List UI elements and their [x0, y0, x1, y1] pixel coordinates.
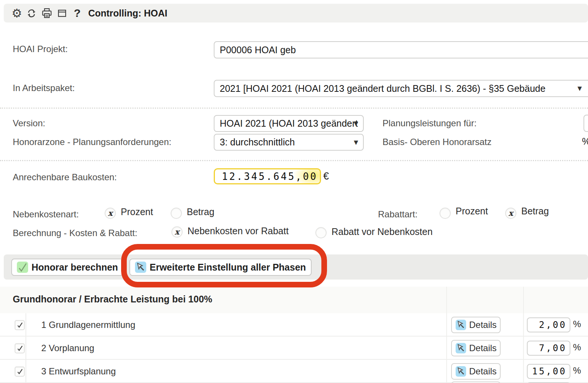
- details-label: Details: [469, 320, 496, 330]
- details-button[interactable]: Details: [451, 363, 501, 380]
- phase-label: 2 Vorplanung: [41, 343, 94, 353]
- radio-x-icon: x: [108, 209, 113, 218]
- radio-rabatt-betrag[interactable]: x: [505, 208, 516, 219]
- calculate-fee-label: Honorar berechnen: [32, 262, 118, 273]
- cursor-icon: [456, 366, 466, 377]
- radio-nebenkosten-vor-rabatt-label: Nebenkosten vor Rabatt: [188, 226, 289, 236]
- radio-rabatt-betrag-label: Betrag: [521, 206, 549, 217]
- radio-rabatt-prozent[interactable]: [440, 208, 451, 219]
- percent-input[interactable]: 2,00: [527, 317, 570, 332]
- phase-label: 3 Entwurfsplanung: [41, 366, 116, 377]
- planning-services-input[interactable]: [584, 115, 588, 132]
- calculate-fee-button[interactable]: Honorar berechnen: [11, 259, 124, 276]
- separator: [0, 108, 588, 109]
- details-label: Details: [469, 343, 496, 353]
- page-title: Controlling: HOAI: [88, 8, 167, 19]
- percent-input[interactable]: 7,00: [527, 341, 570, 356]
- version-select[interactable]: HOAI 2021 (HOAI 2013 geändert ▼: [214, 115, 364, 132]
- planning-services-label: Planungsleistungen für:: [382, 118, 477, 129]
- costs-input[interactable]: 12.345.645,00: [214, 168, 321, 184]
- table-row: 2 Vorplanung Details 7,00 %: [0, 337, 588, 360]
- percent-unit: %: [573, 342, 581, 353]
- radio-prozent-label: Prozent: [121, 206, 153, 217]
- work-package-label: In Arbeitspaket:: [13, 83, 75, 93]
- table-row-partial: [0, 382, 588, 383]
- work-package-select[interactable]: 2021 [HOAI 2021 (HOAI 2013 geändert durc…: [214, 80, 588, 97]
- phase-checkbox[interactable]: [15, 320, 25, 330]
- radio-betrag[interactable]: [171, 208, 182, 219]
- phases-header-title: Grundhonorar / Erbrachte Leistung bei 10…: [13, 294, 212, 305]
- table-row: 3 Entwurfsplanung Details 15,00 %: [0, 361, 588, 383]
- radio-x-icon: x: [175, 228, 180, 236]
- fee-zone-select[interactable]: 3: durchschnittlich ▼: [214, 134, 364, 151]
- cursor-icon: [135, 262, 146, 273]
- print-icon[interactable]: [41, 7, 52, 19]
- extended-settings-button[interactable]: Erweiterte Einstellung aller Phasen: [129, 259, 312, 276]
- phase-checkbox[interactable]: [15, 367, 25, 377]
- percent-input[interactable]: 15,00: [527, 364, 570, 379]
- cursor-icon: [456, 320, 466, 330]
- help-icon[interactable]: ?: [74, 7, 81, 19]
- extended-settings-label: Erweiterte Einstellung aller Phasen: [150, 262, 306, 273]
- dropdown-arrow-icon: ▼: [354, 139, 358, 146]
- radio-nebenkosten-vor-rabatt[interactable]: x: [171, 226, 183, 238]
- dropdown-arrow-icon: ▼: [578, 85, 583, 92]
- fee-zone-label: Honorarzone - Planungsanforderungen:: [13, 137, 171, 147]
- separator: [0, 160, 588, 161]
- basis-unit: %: [582, 136, 588, 147]
- toolbar: ⚙ ? Controlling: HOAI: [4, 4, 588, 22]
- fee-zone-value: 3: durchschnittlich: [220, 137, 295, 148]
- details-button[interactable]: Details: [451, 317, 501, 333]
- side-cost-type-label: Nebenkostenart:: [13, 209, 79, 220]
- percent-unit: %: [573, 365, 581, 376]
- phases-header: Grundhonorar / Erbrachte Leistung bei 10…: [0, 287, 588, 313]
- cursor-icon: [456, 343, 466, 353]
- radio-rabatt-vor-nebenkosten-label: Rabatt vor Nebenkosten: [332, 226, 433, 237]
- radio-rabatt-prozent-label: Prozent: [456, 206, 488, 217]
- project-input[interactable]: P00006 HOAI geb: [214, 41, 588, 58]
- window-icon[interactable]: [57, 8, 67, 18]
- details-button[interactable]: Details: [451, 340, 501, 356]
- details-button[interactable]: [451, 382, 501, 383]
- refresh-icon[interactable]: [26, 8, 37, 18]
- project-label: HOAI Projekt:: [13, 44, 68, 54]
- dropdown-arrow-icon: ▼: [354, 120, 358, 127]
- radio-betrag-label: Betrag: [187, 206, 214, 217]
- percent-unit: %: [573, 319, 581, 329]
- costs-unit: €: [323, 171, 329, 182]
- radio-prozent[interactable]: x: [105, 208, 116, 219]
- phase-label: 1 Grundlagenermittlung: [41, 320, 135, 330]
- version-label: Version:: [13, 118, 45, 129]
- gear-icon[interactable]: ⚙: [12, 7, 22, 19]
- radio-rabatt-vor-nebenkosten[interactable]: [315, 227, 327, 238]
- checkmark-icon: [17, 262, 28, 273]
- work-package-value: 2021 [HOAI 2021 (HOAI 2013 geändert durc…: [220, 83, 546, 94]
- discount-type-label: Rabattart:: [378, 209, 417, 220]
- basis-label: Basis- Oberen Honorarsatz: [382, 137, 492, 147]
- table-row: 1 Grundlagenermittlung Details 2,00 %: [0, 314, 588, 337]
- version-value: HOAI 2021 (HOAI 2013 geändert: [220, 118, 358, 129]
- radio-x-icon: x: [508, 209, 513, 218]
- details-label: Details: [469, 366, 496, 377]
- calc-order-label: Berechnung - Kosten & Rabatt:: [13, 228, 137, 238]
- costs-label: Anrechenbare Baukosten:: [13, 172, 117, 183]
- phase-checkbox[interactable]: [15, 343, 25, 353]
